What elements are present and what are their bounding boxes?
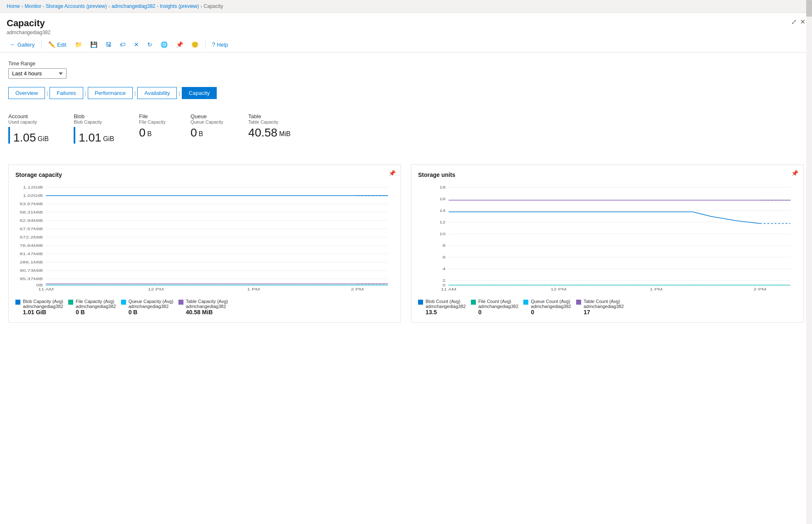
legend-queue-count-label: Queue Count (Avg)	[531, 299, 571, 304]
legend-file-count-value: 0	[478, 309, 519, 315]
edit-button[interactable]: ✏️ Edit	[45, 40, 69, 50]
svg-text:0B: 0B	[36, 283, 43, 287]
metric-file-value-row: 0 B	[139, 127, 166, 139]
page-header: Capacity admchangediag382 ⤢ ✕	[0, 13, 812, 37]
legend-table-capacity-text: Table Capacity (Avg) admchangediag382 40…	[186, 299, 228, 315]
tab-overview[interactable]: Overview	[8, 87, 45, 99]
legend-queue-count-value: 0	[531, 309, 571, 315]
legend-table-capacity-label: Table Capacity (Avg)	[186, 299, 228, 304]
metric-table-value-row: 40.58 MiB	[248, 127, 291, 139]
legend-table-count-color	[576, 300, 581, 305]
delete-button[interactable]: ✕	[131, 40, 142, 50]
gallery-label: Gallery	[17, 42, 35, 48]
edit-icon: ✏️	[48, 41, 55, 48]
file-button[interactable]: 📁	[72, 40, 85, 50]
storage-capacity-svg: 1.12GiB 1.02GiB 53.67MiB 58.31MiB 62.94M…	[15, 183, 394, 291]
legend-file-count-sublabel: admchangediag382	[478, 304, 519, 309]
legend-blob-count-text: Blob Count (Avg) admchangediag382 13.5	[426, 299, 466, 315]
legend-queue-capacity-text: Queue Capacity (Avg) admchangediag382 0 …	[129, 299, 173, 315]
metric-account-label: Account	[8, 113, 49, 119]
metric-blob-unit: GiB	[103, 135, 114, 144]
svg-text:16: 16	[439, 197, 446, 201]
toolbar-sep-1	[41, 40, 42, 49]
storage-units-svg: 18 16 14 12 10 8 6 4 2 0 11 AM 12 PM 1 P…	[418, 183, 797, 291]
scrollbar-thumb[interactable]	[806, 0, 812, 17]
svg-text:1.02GiB: 1.02GiB	[23, 194, 43, 198]
svg-text:11 AM: 11 AM	[441, 287, 456, 291]
metric-file-unit: B	[147, 130, 152, 139]
svg-text:8: 8	[443, 243, 446, 248]
metric-blob-sublabel: Blob Capacity	[74, 119, 114, 124]
svg-text:12 PM: 12 PM	[148, 287, 163, 291]
storage-units-pin[interactable]: 📌	[791, 170, 798, 176]
svg-text:1 PM: 1 PM	[247, 287, 260, 291]
help-icon: ?	[212, 41, 215, 48]
legend-blob-capacity: Blob Capacity (Avg) admchangediag382 1.0…	[15, 299, 63, 315]
legend-blob-count-label: Blob Count (Avg)	[426, 299, 466, 304]
time-range-select[interactable]: Last 1 hour Last 4 hours Last 12 hours L…	[8, 68, 67, 79]
tag-button[interactable]: 🏷	[116, 40, 129, 50]
tab-sep-3: |	[134, 90, 136, 96]
legend-file-capacity-color	[68, 300, 73, 305]
metric-table-label: Table	[248, 113, 291, 119]
tab-sep-1: |	[47, 90, 48, 96]
tab-failures[interactable]: Failures	[50, 87, 83, 99]
svg-text:2: 2	[443, 278, 446, 283]
popout-icon[interactable]: ⤢	[791, 18, 797, 26]
breadcrumb-monitor[interactable]: Monitor - Storage Accounts (preview)	[25, 3, 106, 9]
svg-text:62.94MiB: 62.94MiB	[20, 219, 43, 223]
svg-text:4: 4	[443, 267, 446, 271]
page-subtitle: admchangediag382	[7, 30, 50, 35]
tab-performance[interactable]: Performance	[88, 87, 133, 99]
save-button[interactable]: 💾	[87, 40, 101, 50]
svg-text:2 PM: 2 PM	[351, 287, 364, 291]
svg-text:90.73MiB: 90.73MiB	[20, 268, 43, 273]
legend-table-count-label: Table Count (Avg)	[584, 299, 624, 304]
tab-availability[interactable]: Availability	[137, 87, 177, 99]
svg-text:81.47MiB: 81.47MiB	[20, 252, 43, 256]
metric-queue: Queue Queue Capacity 0 B	[191, 113, 223, 144]
svg-text:10: 10	[439, 232, 446, 236]
pin-button[interactable]: 📌	[173, 40, 186, 50]
storage-capacity-title: Storage capacity	[15, 171, 394, 178]
legend-file-count-label: File Count (Avg)	[478, 299, 519, 304]
legend-queue-count-sublabel: admchangediag382	[531, 304, 571, 309]
main-content: Time Range Last 1 hour Last 4 hours Last…	[0, 52, 812, 331]
tab-capacity[interactable]: Capacity	[182, 87, 217, 99]
legend-queue-count-color	[523, 300, 528, 305]
legend-file-capacity-value: 0 B	[76, 309, 116, 315]
breadcrumb-current: Capacity	[204, 3, 223, 9]
help-button[interactable]: ? Help	[209, 40, 232, 50]
refresh-button[interactable]: ↻	[144, 40, 156, 50]
gallery-button[interactable]: ← Gallery	[7, 40, 38, 50]
metric-account: Account Used capacity 1.05 GiB	[8, 113, 49, 144]
metric-table-sublabel: Table Capacity	[248, 119, 291, 124]
close-icon[interactable]: ✕	[800, 18, 805, 26]
legend-table-capacity-color	[178, 300, 183, 305]
breadcrumb-home[interactable]: Home	[7, 3, 20, 9]
storage-units-chart-area: 18 16 14 12 10 8 6 4 2 0 11 AM 12 PM 1 P…	[418, 183, 797, 291]
legend-file-capacity-label: File Capacity (Avg)	[76, 299, 116, 304]
community-button[interactable]: 🌐	[157, 40, 171, 50]
legend-file-capacity-sublabel: admchangediag382	[76, 304, 116, 309]
legend-file-capacity-text: File Capacity (Avg) admchangediag382 0 B	[76, 299, 116, 315]
legend-blob-count-color	[418, 300, 423, 305]
breadcrumb-insights[interactable]: admchangediag382 - Insights (preview)	[111, 3, 199, 9]
storage-capacity-pin[interactable]: 📌	[389, 170, 396, 176]
legend-queue-count: Queue Count (Avg) admchangediag382 0	[523, 299, 571, 315]
feedback-button[interactable]: 🙂	[188, 40, 202, 50]
metric-blob-label: Blob	[74, 113, 114, 119]
page-title: Capacity	[7, 18, 50, 29]
scrollbar-track[interactable]	[806, 0, 812, 331]
saveas-button[interactable]: 🖫	[102, 40, 115, 50]
metric-queue-sublabel: Queue Capacity	[191, 119, 223, 124]
svg-text:58.31MiB: 58.31MiB	[20, 210, 43, 214]
refresh-icon: ↻	[147, 41, 152, 48]
legend-blob-capacity-label: Blob Capacity (Avg)	[23, 299, 63, 304]
svg-text:12 PM: 12 PM	[550, 287, 566, 291]
toolbar-sep-2	[205, 40, 205, 49]
metric-file-number: 0	[139, 127, 146, 139]
legend-file-count-text: File Count (Avg) admchangediag382 0	[478, 299, 519, 315]
storage-capacity-legend: Blob Capacity (Avg) admchangediag382 1.0…	[15, 296, 394, 315]
breadcrumb-sep-1: ›	[22, 4, 23, 9]
